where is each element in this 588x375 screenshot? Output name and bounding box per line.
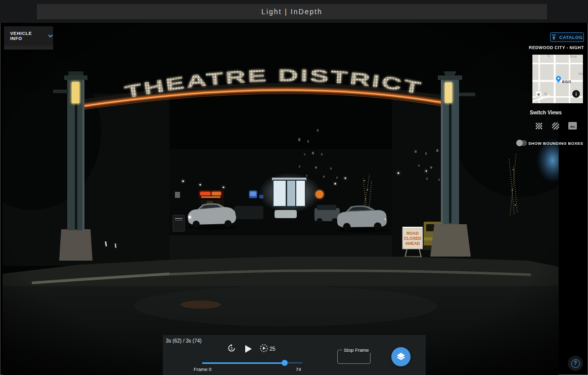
frame-start-label: Frame 0 [194,366,211,372]
depth-view-button[interactable] [552,122,559,132]
map-street-label: S [548,55,550,58]
camera-night-scene: THEATRE DISTRICT ROAD CLOSED AHEAD [3,23,559,375]
vehicle-info-label: VEHICLE INFO [10,31,44,41]
map-street-label: St [544,92,547,96]
stop-frame-field[interactable]: Stop Frame [337,350,371,364]
frame-slider[interactable] [202,362,302,363]
help-button[interactable]: ? [568,356,583,371]
frame-end-label: 74 [296,366,301,372]
diagonal-hatch-icon [552,122,559,130]
playback-panel: 3s (62) / 3s (74) 5 25 Frame 0 74 [163,335,426,375]
map-street-label: Broa [570,55,577,58]
slider-fill [202,362,285,364]
map-compass-button[interactable] [535,90,542,98]
point-cloud-icon [535,122,542,130]
compass-needle-icon [536,92,540,96]
title-bar: Light | InDepth [37,4,547,19]
map-pin-icon [556,76,561,83]
ego-label: EGO [562,79,571,84]
play-icon [245,345,252,353]
playback-rate-value[interactable]: 25 [269,346,276,352]
minimap[interactable]: S Broa Ma St EGO i [532,55,583,103]
show-bounding-boxes-toggle[interactable] [517,140,527,146]
show-bounding-boxes-label: SHOW BOUNDING BOXES [528,141,583,146]
upload-icon [551,34,557,40]
catalog-button[interactable]: CATALOG [550,32,584,42]
playback-rate-button[interactable] [259,344,268,355]
question-icon: ? [571,359,580,368]
catalog-label: CATALOG [559,35,583,40]
camera-view-button[interactable] [568,122,577,132]
app-window: Light | InDepth [0,0,588,375]
replay-button[interactable]: 5 [227,344,236,355]
map-street-label: Ma [578,72,583,75]
play-button[interactable] [245,345,252,355]
toggle-knob[interactable] [516,140,523,146]
question-glyph: ? [574,361,577,366]
video-viewport[interactable]: THEATRE DISTRICT ROAD CLOSED AHEAD [3,23,559,375]
replay-number: 5 [231,347,233,350]
chevron-down-icon [48,34,53,37]
scene-location-label: REDWOOD CITY - NIGHT [526,45,584,50]
time-display: 3s (62) / 3s (74) [166,338,202,344]
image-icon [568,122,577,130]
replay-icon: 5 [227,344,236,353]
map-street [532,63,583,64]
switch-views-label: Switch Views [530,110,562,115]
layers-fab-button[interactable] [391,347,411,366]
point-cloud-view-button[interactable] [535,122,542,132]
slider-thumb[interactable] [282,360,288,366]
vehicle-info-footer [4,46,53,50]
stop-frame-input[interactable] [339,352,369,362]
header-band: Light | InDepth [0,0,588,23]
info-glyph: i [575,92,577,97]
window-title: Light | InDepth [261,8,323,16]
layers-icon [396,352,406,362]
playback-rate-icon [259,344,268,353]
vehicle-info-button[interactable]: VEHICLE INFO [4,26,53,46]
vignette [3,23,559,375]
map-info-button[interactable]: i [572,90,580,98]
